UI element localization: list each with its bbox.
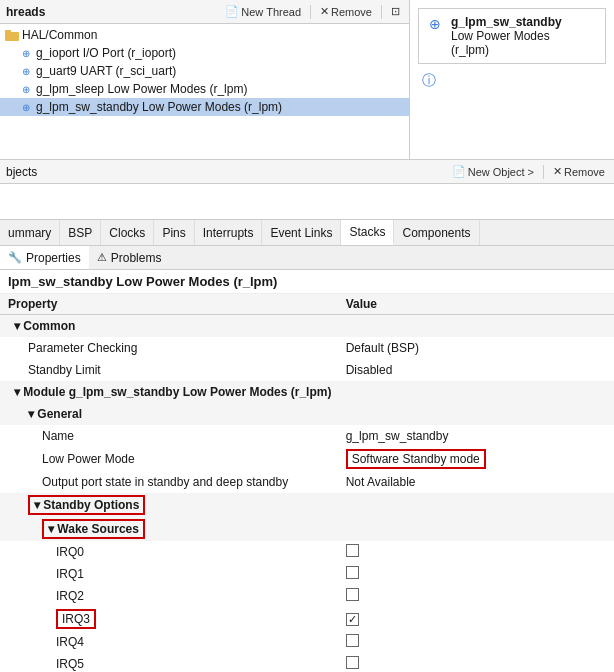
property-value: g_lpm_sw_standby [338,425,614,447]
tab-interrupts[interactable]: Interrupts [195,220,263,245]
thread-item-g-lpm-sleep[interactable]: ⊕ g_lpm_sleep Low Power Modes (r_lpm) [0,80,409,98]
chevron-icon: ▾ [48,522,57,536]
thread-item-hal-common[interactable]: HAL/Common [0,26,409,44]
table-row[interactable]: Low Power ModeSoftware Standby mode [0,447,614,471]
table-row[interactable]: IRQ2 [0,585,614,607]
outlined-checkbox-label: IRQ3 [56,609,96,629]
checkbox-unchecked[interactable] [346,566,359,579]
checkbox-cell[interactable] [338,653,614,673]
table-row[interactable]: ▾ Wake Sources [0,517,614,541]
right-panel: ⊕ g_lpm_sw_standby Low Power Modes (r_lp… [410,0,614,159]
component-icon3: ⊕ [18,82,34,96]
remove-object-button[interactable]: ✕ Remove [550,164,608,179]
section-header-cell: ▾ Common [0,315,338,337]
checkbox-label: IRQ4 [0,631,338,653]
col-header-property: Property [0,294,338,315]
section-header-cell: ▾ General [0,403,338,425]
sub-tab-properties[interactable]: 🔧 Properties [0,246,89,269]
thread-item-g-ioport[interactable]: ⊕ g_ioport I/O Port (r_ioport) [0,44,409,62]
table-row[interactable]: Nameg_lpm_sw_standby [0,425,614,447]
properties-icon: 🔧 [8,251,22,264]
expand-button[interactable]: ⊡ [388,4,403,19]
property-label: Output port state in standby and deep st… [0,471,338,493]
checkbox-cell[interactable]: ✓ [338,607,614,631]
thread-item-g-lpm-sw-standby[interactable]: ⊕ g_lpm_sw_standby Low Power Modes (r_lp… [0,98,409,116]
tabs-bar: ummary BSP Clocks Pins Interrupts Event … [0,220,614,246]
prop-title: lpm_sw_standby Low Power Modes (r_lpm) [0,270,614,294]
property-label: Low Power Mode [0,447,338,471]
tab-event-links[interactable]: Event Links [262,220,341,245]
objects-header: bjects 📄 New Object > ✕ Remove [0,160,614,184]
table-row[interactable]: Standby LimitDisabled [0,359,614,381]
table-row[interactable]: ▾ Module g_lpm_sw_standby Low Power Mode… [0,381,614,403]
toolbar-separator2 [381,5,382,19]
chevron-icon: ▾ [34,498,43,512]
component-detail-name: g_lpm_sw_standby [451,15,562,29]
checkbox-unchecked[interactable] [346,588,359,601]
table-row[interactable]: ▾ Common [0,315,614,337]
section-value-cell [338,315,614,337]
table-row[interactable]: ▾ General [0,403,614,425]
component-detail-box: ⊕ g_lpm_sw_standby Low Power Modes (r_lp… [418,8,606,64]
svg-rect-1 [5,30,11,34]
thread-item-g-uart9[interactable]: ⊕ g_uart9 UART (r_sci_uart) [0,62,409,80]
sub-tabs: 🔧 Properties ⚠ Problems [0,246,614,270]
property-value: Not Available [338,471,614,493]
properties-table: Property Value ▾ CommonParameter Checkin… [0,294,614,672]
checkbox-cell[interactable] [338,585,614,607]
table-row[interactable]: IRQ3✓ [0,607,614,631]
section-value-cell [338,493,614,517]
properties-table-container: Property Value ▾ CommonParameter Checkin… [0,294,614,672]
remove-object-icon: ✕ [553,165,562,178]
section-value-cell [338,381,614,403]
toolbar-separator [310,5,311,19]
remove-icon: ✕ [320,5,329,18]
chevron-icon: ▾ [14,319,23,333]
info-section: ⓘ [414,68,610,94]
table-row[interactable]: IRQ4 [0,631,614,653]
tab-pins[interactable]: Pins [154,220,194,245]
checkbox-label: IRQ5 [0,653,338,673]
checkbox-cell[interactable] [338,541,614,563]
table-row[interactable]: ▾ Standby Options [0,493,614,517]
tab-summary[interactable]: ummary [0,220,60,245]
table-row[interactable]: Parameter CheckingDefault (BSP) [0,337,614,359]
new-object-button[interactable]: 📄 New Object > [449,164,537,179]
new-thread-button[interactable]: 📄 New Thread [222,4,304,19]
problems-icon: ⚠ [97,251,107,264]
tab-stacks[interactable]: Stacks [341,220,394,245]
checkbox-unchecked[interactable] [346,656,359,669]
component-detail-icon: ⊕ [427,17,443,31]
remove-thread-button[interactable]: ✕ Remove [317,4,375,19]
table-row[interactable]: IRQ0 [0,541,614,563]
checkbox-cell[interactable] [338,563,614,585]
section-value-cell [338,517,614,541]
checkbox-cell[interactable] [338,631,614,653]
property-value: Software Standby mode [338,447,614,471]
tab-components[interactable]: Components [394,220,479,245]
threads-toolbar: 📄 New Thread ✕ Remove ⊡ [222,4,403,19]
col-header-value: Value [338,294,614,315]
property-label: Parameter Checking [0,337,338,359]
component-detail-paren: (r_lpm) [451,43,562,57]
section-header-cell: ▾ Wake Sources [0,517,338,541]
section-header-cell: ▾ Module g_lpm_sw_standby Low Power Mode… [0,381,338,403]
tab-clocks[interactable]: Clocks [101,220,154,245]
table-row[interactable]: IRQ1 [0,563,614,585]
checkbox-unchecked[interactable] [346,634,359,647]
component-detail-text: g_lpm_sw_standby Low Power Modes (r_lpm) [451,15,562,57]
section-value-cell [338,403,614,425]
table-row[interactable]: Output port state in standby and deep st… [0,471,614,493]
threads-list: HAL/Common ⊕ g_ioport I/O Port (r_ioport… [0,24,409,159]
component-icon2: ⊕ [18,64,34,78]
sub-tab-problems[interactable]: ⚠ Problems [89,246,170,269]
tab-bsp[interactable]: BSP [60,220,101,245]
checkbox-label: IRQ2 [0,585,338,607]
table-row[interactable]: IRQ5 [0,653,614,673]
checkbox-unchecked[interactable] [346,544,359,557]
folder-icon [4,28,20,42]
checkbox-checked[interactable]: ✓ [346,613,359,626]
property-value: Disabled [338,359,614,381]
threads-header: hreads 📄 New Thread ✕ Remove ⊡ [0,0,409,24]
objects-toolbar: 📄 New Object > ✕ Remove [449,164,608,179]
